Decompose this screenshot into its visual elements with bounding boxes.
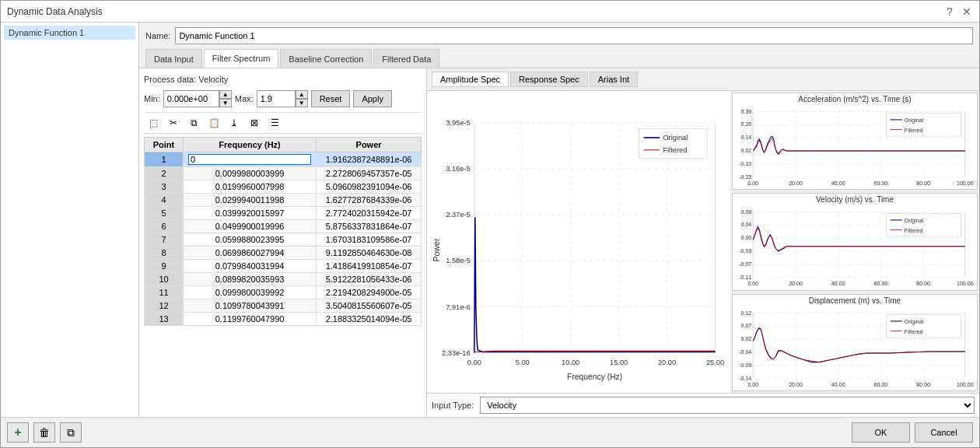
chart-body: Power 3.95e-5 3.16e-5 2.37e-5 1.58e-5 7.… <box>427 91 979 393</box>
svg-text:0.00: 0.00 <box>747 381 758 388</box>
frequency-cell: 0.0899820035993 <box>184 273 317 286</box>
input-type-select[interactable]: Velocity Acceleration Displacement <box>480 397 975 414</box>
frequency-cell: 0.0799840031994 <box>184 260 317 273</box>
min-spin-up[interactable]: ▲ <box>219 90 232 99</box>
chart-tab-bar: Amplitude Spec Response Spec Arias Int <box>427 68 979 91</box>
frequency-cell: 0.0499900019996 <box>184 220 317 233</box>
acceleration-title: Acceleration (m/s^2) vs. Time (s) <box>733 93 977 105</box>
svg-text:60.00: 60.00 <box>874 280 888 287</box>
table-row[interactable]: 11.9162387248891e-06 <box>145 152 422 167</box>
table-row[interactable]: 110.09998000399922.2194208294900e-05 <box>145 286 422 299</box>
svg-text:Frequency (Hz): Frequency (Hz) <box>567 373 622 381</box>
table-row[interactable]: 30.01999600079985.0960982391094e-06 <box>145 180 422 194</box>
cancel-button[interactable]: Cancel <box>915 422 973 443</box>
max-label: Max: <box>235 94 254 103</box>
svg-text:Filtered: Filtered <box>663 145 687 154</box>
copy-item-button[interactable]: ⧉ <box>60 422 82 443</box>
svg-text:0.00: 0.00 <box>741 234 752 241</box>
svg-text:-0.07: -0.07 <box>739 261 751 268</box>
tab-filter-spectrum[interactable]: Filter Spectrum <box>204 49 279 68</box>
table-row[interactable]: 90.07998400319941.4186419910854e-07 <box>145 260 422 273</box>
power-cell: 5.9122281056433e-06 <box>317 273 422 286</box>
row-index: 5 <box>145 207 184 220</box>
reset-button[interactable]: Reset <box>311 90 351 107</box>
ok-button[interactable]: OK <box>852 422 910 443</box>
table-row[interactable]: 120.10997800439913.5040815560607e-05 <box>145 299 422 313</box>
svg-text:0.00: 0.00 <box>747 180 758 187</box>
frequency-cell: 0.0699860027994 <box>184 247 317 260</box>
col-header-power: Power <box>317 138 422 152</box>
chart-tab-amplitude[interactable]: Amplitude Spec <box>432 72 509 87</box>
delete-button[interactable]: 🗑 <box>33 422 55 443</box>
svg-text:0.08: 0.08 <box>741 208 752 215</box>
power-cell: 5.8756337831864e-07 <box>317 220 422 233</box>
chart-tab-response[interactable]: Response Spec <box>510 72 588 87</box>
tab-data-input[interactable]: Data Input <box>145 49 202 68</box>
select-tool-button[interactable]: ⬚ <box>144 114 163 131</box>
tab-filtered-data[interactable]: Filtered Data <box>373 49 439 68</box>
svg-text:25.00: 25.00 <box>706 358 724 366</box>
data-table: Point Frequency (Hz) Power 11.9162387248… <box>144 137 422 412</box>
table-row[interactable]: 130.11997600479902.1883325014094e-05 <box>145 313 422 326</box>
window-title: Dynamic Data Analysis <box>7 6 103 17</box>
row-index: 3 <box>145 180 184 194</box>
col-header-frequency: Frequency (Hz) <box>184 138 317 152</box>
sidebar: Dynamic Function 1 <box>1 23 139 417</box>
cut-button[interactable]: ✂ <box>164 114 183 131</box>
paste-button[interactable]: 📋 <box>205 114 223 131</box>
max-spin-up[interactable]: ▲ <box>296 90 308 99</box>
svg-text:60.00: 60.00 <box>874 180 888 187</box>
frequency-cell: 0.0199960007998 <box>184 180 317 194</box>
help-button[interactable]: ? <box>943 5 956 18</box>
bottom-bar: + 🗑 ⧉ OK Cancel <box>1 417 979 447</box>
frequency-cell: 0.0999800039992 <box>184 286 317 299</box>
table-row[interactable]: 40.02999400119981.6277287684339e-06 <box>145 194 422 207</box>
min-input[interactable] <box>163 90 219 107</box>
frequency-cell: 0.1199760047990 <box>184 313 317 326</box>
content-area: Dynamic Function 1 Name: Data Input Filt… <box>1 23 979 417</box>
close-button[interactable]: ✕ <box>961 5 973 18</box>
max-spin-down[interactable]: ▼ <box>296 99 308 107</box>
editable-frequency-cell[interactable] <box>188 154 311 165</box>
name-input[interactable] <box>175 27 973 44</box>
sidebar-item-dynamic-function[interactable]: Dynamic Function 1 <box>4 26 135 40</box>
svg-text:-0.04: -0.04 <box>739 348 751 355</box>
copy-button[interactable]: ⧉ <box>184 114 203 131</box>
max-input[interactable] <box>257 90 296 107</box>
svg-text:-0.10: -0.10 <box>739 160 751 167</box>
power-cell: 2.2194208294900e-05 <box>317 286 422 299</box>
name-row: Name: <box>139 23 979 49</box>
chart-tab-arias[interactable]: Arias Int <box>590 72 638 87</box>
row-index: 11 <box>145 286 184 299</box>
svg-text:0.12: 0.12 <box>741 309 752 316</box>
svg-text:100.00: 100.00 <box>957 180 974 187</box>
bottom-right-buttons: OK Cancel <box>852 422 973 443</box>
table-scroll[interactable]: Point Frequency (Hz) Power 11.9162387248… <box>144 137 422 412</box>
table-toolbar: ⬚ ✂ ⧉ 📋 ⤓ ⊠ ☰ <box>144 112 422 134</box>
table-row[interactable]: 70.05998800239951.6703183109586e-07 <box>145 233 422 247</box>
svg-rect-84 <box>887 214 961 236</box>
svg-text:Power: Power <box>432 238 441 261</box>
power-cell: 9.1192850464630e-08 <box>317 247 422 260</box>
row-index: 13 <box>145 313 184 326</box>
tab-baseline-correction[interactable]: Baseline Correction <box>280 49 372 68</box>
table-row[interactable]: 20.00999800039992.2728069457357e-05 <box>145 167 422 180</box>
tab-bar: Data Input Filter Spectrum Baseline Corr… <box>139 49 979 68</box>
table-row[interactable]: 80.06998600279949.1192850464630e-08 <box>145 247 422 260</box>
power-cell: 5.0960982391094e-06 <box>317 180 422 194</box>
svg-text:-0.03: -0.03 <box>739 247 751 254</box>
table-row[interactable]: 100.08998200359935.9122281056433e-06 <box>145 273 422 286</box>
add-button[interactable]: + <box>7 422 29 443</box>
svg-text:40.00: 40.00 <box>831 180 845 187</box>
delete-row-button[interactable]: ⊠ <box>245 114 264 131</box>
svg-text:Original: Original <box>905 217 924 224</box>
filter-controls: Min: ▲ ▼ Max: ▲ <box>144 90 422 107</box>
table-row[interactable]: 50.03999200159972.7724020315942e-07 <box>145 207 422 220</box>
table-menu-button[interactable]: ☰ <box>265 114 284 131</box>
insert-row-button[interactable]: ⤓ <box>225 114 243 131</box>
svg-text:Original: Original <box>905 117 924 124</box>
row-index: 12 <box>145 299 184 313</box>
min-spin-down[interactable]: ▼ <box>219 99 232 107</box>
apply-button[interactable]: Apply <box>353 90 392 107</box>
table-row[interactable]: 60.04999000199965.8756337831864e-07 <box>145 220 422 233</box>
